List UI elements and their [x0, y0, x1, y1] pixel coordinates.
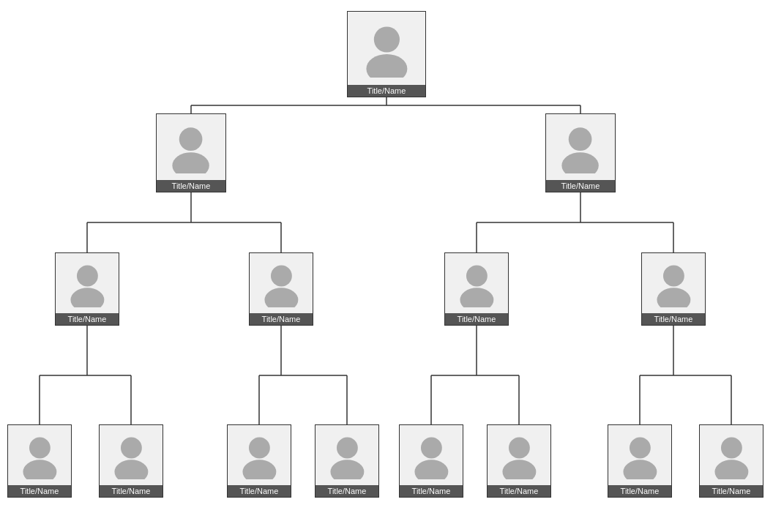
label-l2a: Title/Name [56, 313, 119, 325]
avatar-l3d [315, 425, 378, 485]
node-l2b[interactable]: Title/Name [249, 252, 313, 326]
label-l3d: Title/Name [315, 485, 378, 497]
svg-point-52 [509, 438, 530, 459]
svg-point-38 [466, 266, 488, 287]
node-l3e[interactable]: Title/Name [399, 424, 463, 498]
avatar-l3h [700, 425, 763, 485]
svg-point-34 [77, 266, 98, 287]
svg-point-43 [23, 460, 56, 479]
svg-point-41 [657, 288, 690, 307]
svg-point-42 [29, 438, 51, 459]
node-l2c[interactable]: Title/Name [444, 252, 509, 326]
node-l1a[interactable]: Title/Name [156, 113, 226, 192]
avatar-l3c [228, 425, 291, 485]
svg-point-44 [121, 438, 142, 459]
label-l3h: Title/Name [700, 485, 763, 497]
svg-point-55 [623, 460, 657, 479]
avatar-l2d [642, 253, 705, 313]
svg-point-54 [630, 438, 651, 459]
label-l2d: Title/Name [642, 313, 705, 325]
label-l2b: Title/Name [250, 313, 313, 325]
svg-point-48 [337, 438, 358, 459]
svg-point-37 [264, 288, 298, 307]
avatar-l1b [546, 114, 615, 180]
svg-point-46 [249, 438, 270, 459]
svg-point-32 [569, 127, 592, 151]
svg-point-31 [173, 152, 209, 173]
svg-point-39 [460, 288, 493, 307]
node-l3a[interactable]: Title/Name [7, 424, 72, 498]
svg-point-36 [271, 266, 292, 287]
svg-point-57 [714, 460, 748, 479]
node-l3b[interactable]: Title/Name [99, 424, 163, 498]
label-l1a: Title/Name [157, 180, 225, 192]
svg-point-50 [421, 438, 442, 459]
svg-point-30 [179, 127, 203, 151]
svg-point-33 [562, 152, 599, 173]
svg-point-47 [242, 460, 276, 479]
svg-point-53 [502, 460, 536, 479]
avatar-l1a [157, 114, 225, 180]
label-l1b: Title/Name [546, 180, 615, 192]
avatar-l3g [608, 425, 671, 485]
label-l2c: Title/Name [445, 313, 508, 325]
label-l3f: Title/Name [488, 485, 550, 497]
avatar-l2a [56, 253, 119, 313]
node-l3f[interactable]: Title/Name [487, 424, 551, 498]
svg-point-45 [114, 460, 148, 479]
node-l3g[interactable]: Title/Name [608, 424, 672, 498]
svg-point-56 [721, 438, 742, 459]
node-l3c[interactable]: Title/Name [227, 424, 291, 498]
avatar-l2c [445, 253, 508, 313]
node-l3d[interactable]: Title/Name [315, 424, 379, 498]
label-root: Title/Name [348, 85, 425, 97]
svg-point-49 [330, 460, 364, 479]
label-l3c: Title/Name [228, 485, 291, 497]
svg-point-40 [663, 266, 684, 287]
node-l2a[interactable]: Title/Name [55, 252, 119, 326]
avatar-l3b [100, 425, 163, 485]
label-l3e: Title/Name [400, 485, 463, 497]
node-root[interactable]: Title/Name [347, 11, 426, 97]
avatar-l3e [400, 425, 463, 485]
avatar-l3f [488, 425, 550, 485]
svg-point-29 [366, 54, 407, 78]
avatar-root [348, 12, 425, 85]
label-l3g: Title/Name [608, 485, 671, 497]
org-chart: Title/Name Title/Name Title/Name [0, 0, 773, 532]
node-l2d[interactable]: Title/Name [641, 252, 706, 326]
svg-point-35 [70, 288, 104, 307]
label-l3b: Title/Name [100, 485, 163, 497]
label-l3a: Title/Name [8, 485, 71, 497]
svg-point-51 [414, 460, 448, 479]
avatar-l3a [8, 425, 71, 485]
svg-point-28 [373, 26, 399, 52]
node-l3h[interactable]: Title/Name [699, 424, 763, 498]
node-l1b[interactable]: Title/Name [545, 113, 616, 192]
avatar-l2b [250, 253, 313, 313]
